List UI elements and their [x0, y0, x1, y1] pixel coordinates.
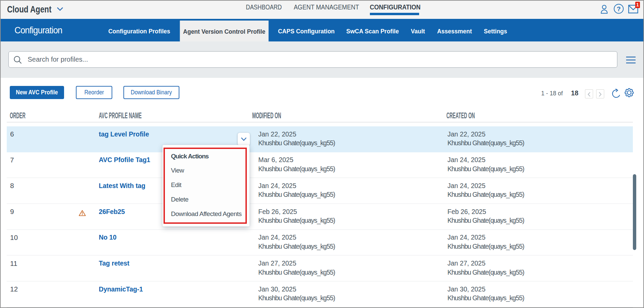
- svg-text:?: ?: [617, 5, 621, 12]
